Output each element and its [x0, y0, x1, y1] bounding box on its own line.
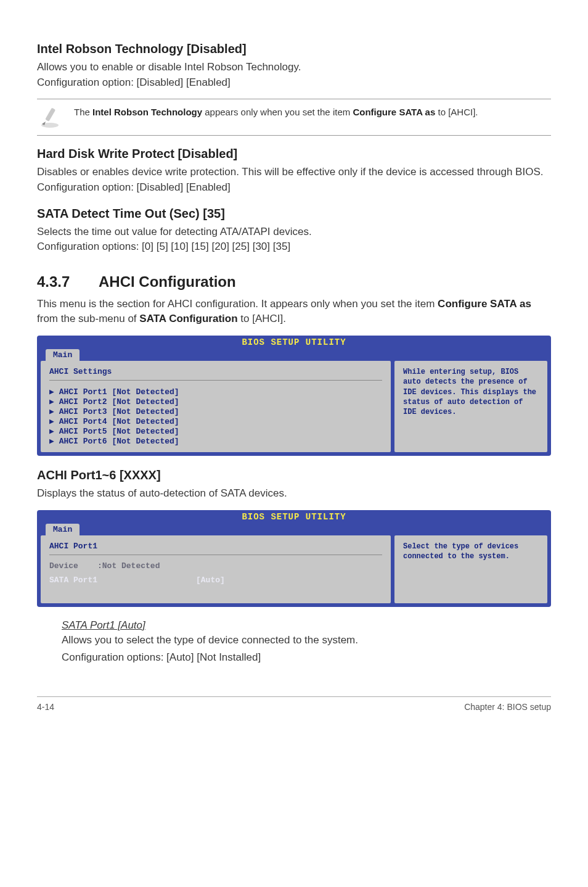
- text: Configuration option: [Disabled] [Enable…: [37, 76, 231, 88]
- text: This menu is the section for AHCI config…: [37, 298, 438, 310]
- sub-heading-sata-port1: SATA Port1 [Auto]: [62, 619, 551, 632]
- bios-tab-main: Main: [46, 524, 80, 535]
- text-bold: SATA Configuration: [139, 313, 237, 324]
- bios-screenshot-ahci-settings: BIOS SETUP UTILITY Main AHCI Settings ▶ …: [37, 336, 551, 456]
- pencil-note-icon: [37, 105, 63, 129]
- text: Allows you to enable or disable Intel Ro…: [37, 61, 301, 73]
- text: AHCI Port2 [Not Detected]: [59, 397, 179, 406]
- triangle-right-icon: ▶: [49, 407, 59, 416]
- bios-tab-row: Main: [37, 522, 551, 535]
- para-sata-detect: Selects the time out value for detecting…: [37, 225, 551, 255]
- bios-title: BIOS SETUP UTILITY: [37, 510, 551, 522]
- bios-menu-item: ▶ AHCI Port1 [Not Detected]: [49, 387, 382, 397]
- para-hd-write-protect: Disables or enables device write protect…: [37, 165, 551, 195]
- text: [Auto]: [196, 576, 225, 585]
- bios-device-row: Device :Not Detected: [49, 561, 382, 571]
- triangle-right-icon: ▶: [49, 417, 59, 426]
- divider: [49, 555, 382, 555]
- triangle-right-icon: ▶: [49, 387, 59, 397]
- section-number: 4.3.7: [37, 273, 99, 291]
- text-bold: Configure SATA as: [353, 107, 435, 117]
- para-sata-port1-1: Allows you to select the type of device …: [62, 633, 551, 648]
- note-box: The Intel Robson Technology appears only…: [37, 99, 551, 136]
- bios-tab-main: Main: [46, 349, 80, 361]
- note-text: The Intel Robson Technology appears only…: [74, 105, 478, 118]
- bios-menu-item: ▶ AHCI Port2 [Not Detected]: [49, 397, 382, 406]
- para-achi-port: Displays the status of auto-detection of…: [37, 486, 551, 501]
- bios-left-panel: AHCI Settings ▶ AHCI Port1 [Not Detected…: [41, 361, 391, 452]
- bios-screenshot-ahci-port1: BIOS SETUP UTILITY Main AHCI Port1 Devic…: [37, 510, 551, 607]
- bios-selected-row: SATA Port1[Auto]: [49, 576, 382, 585]
- divider: [49, 380, 382, 381]
- text: Selects the time out value for detecting…: [37, 226, 312, 237]
- text: AHCI Port1 [Not Detected]: [59, 387, 179, 397]
- section-title: AHCI Configuration: [99, 273, 236, 290]
- heading-hd-write-protect: Hard Disk Write Protect [Disabled]: [37, 147, 551, 161]
- chapter-label: Chapter 4: BIOS setup: [464, 702, 551, 712]
- heading-ahci-config: 4.3.7AHCI Configuration: [37, 273, 551, 291]
- bios-help-panel: While entering setup, BIOS auto detects …: [394, 361, 547, 452]
- bios-panel-heading: AHCI Settings: [49, 367, 382, 376]
- bios-menu-item: ▶ AHCI Port3 [Not Detected]: [49, 406, 382, 416]
- para-intel-robson: Allows you to enable or disable Intel Ro…: [37, 60, 551, 90]
- text-bold: Configure SATA as: [438, 298, 531, 310]
- triangle-right-icon: ▶: [49, 397, 59, 406]
- bios-menu-item: ▶ AHCI Port5 [Not Detected]: [49, 426, 382, 436]
- bios-help-panel: Select the type of devices connected to …: [394, 535, 547, 603]
- para-sata-port1-2: Configuration options: [Auto] [Not Insta…: [62, 650, 551, 666]
- page-footer: 4-14 Chapter 4: BIOS setup: [37, 696, 551, 712]
- svg-rect-1: [45, 108, 55, 122]
- heading-sata-detect: SATA Detect Time Out (Sec) [35]: [37, 207, 551, 221]
- bios-left-panel: AHCI Port1 Device :Not Detected SATA Por…: [41, 535, 391, 603]
- text: from the sub-menu of: [37, 313, 139, 324]
- text: Configuration options: [0] [5] [10] [15]…: [37, 241, 290, 252]
- heading-achi-port: ACHI Port1~6 [XXXX]: [37, 468, 551, 482]
- text: AHCI Port4 [Not Detected]: [59, 417, 179, 426]
- bios-title: BIOS SETUP UTILITY: [37, 336, 551, 347]
- bios-menu-item: ▶ AHCI Port6 [Not Detected]: [49, 436, 382, 446]
- text: SATA Port1: [49, 576, 97, 585]
- text: The: [74, 107, 92, 117]
- text: appears only when you set the item: [202, 107, 353, 117]
- bios-panel-heading: AHCI Port1: [49, 542, 382, 551]
- text: AHCI Port3 [Not Detected]: [59, 407, 179, 416]
- text: AHCI Port5 [Not Detected]: [59, 427, 179, 436]
- bios-tab-row: Main: [37, 347, 551, 361]
- page-number: 4-14: [37, 702, 54, 712]
- triangle-right-icon: ▶: [49, 427, 59, 436]
- text: AHCI Port6 [Not Detected]: [59, 437, 179, 446]
- text: to [AHCI].: [435, 107, 478, 117]
- text-bold: Intel Robson Technology: [92, 107, 202, 117]
- para-ahci-config: This menu is the section for AHCI config…: [37, 297, 551, 327]
- triangle-right-icon: ▶: [49, 437, 59, 446]
- bios-menu-item: ▶ AHCI Port4 [Not Detected]: [49, 416, 382, 426]
- text: to [AHCI].: [238, 313, 286, 324]
- heading-intel-robson: Intel Robson Technology [Disabled]: [37, 42, 551, 56]
